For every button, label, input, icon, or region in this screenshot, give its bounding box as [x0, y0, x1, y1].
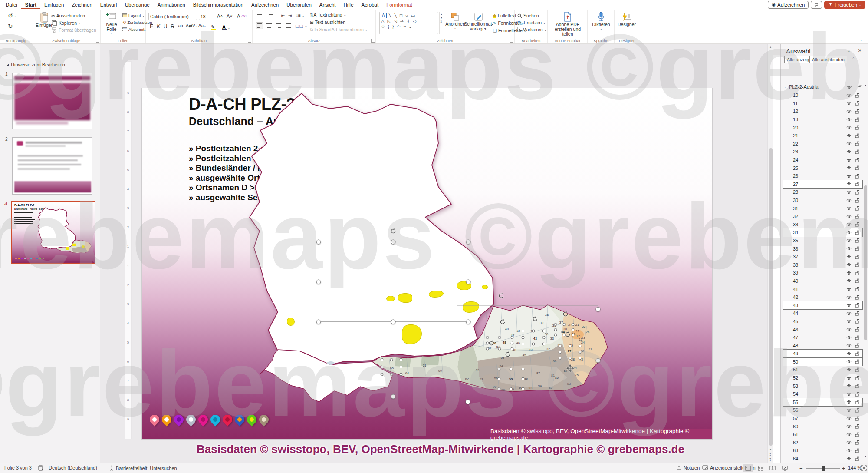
unlock-icon[interactable]: [854, 343, 860, 348]
unlock-icon[interactable]: [854, 133, 860, 138]
designer-button[interactable]: Designer: [616, 12, 637, 27]
reading-view-button[interactable]: [767, 464, 778, 472]
shape-sizing-handle[interactable]: [554, 323, 557, 326]
unlock-icon[interactable]: [854, 230, 860, 235]
share-button[interactable]: Freigeben ⌄: [824, 1, 865, 9]
selection-item-row[interactable]: 40: [783, 277, 862, 285]
fit-to-window-button[interactable]: [861, 465, 867, 471]
shape-sizing-handle[interactable]: [522, 387, 525, 390]
selection-item-row[interactable]: 35: [783, 237, 862, 245]
selection-item-row[interactable]: 38: [783, 261, 862, 269]
eye-icon[interactable]: [846, 271, 852, 275]
bullets-button[interactable]: [256, 12, 263, 17]
shape-sizing-handle[interactable]: [579, 357, 582, 360]
shape-sizing-handle[interactable]: [569, 345, 572, 348]
eye-icon[interactable]: [846, 319, 852, 323]
slide-caption-bar[interactable]: Basisdaten © swisstopo, BEV, OpenStreetM…: [490, 429, 712, 439]
unlock-icon[interactable]: [854, 408, 860, 413]
clipboard-dialog-launcher[interactable]: [96, 39, 99, 43]
slideshow-view-button[interactable]: [779, 464, 790, 472]
scroll-down-icon[interactable]: ▼: [769, 448, 772, 451]
zoom-level[interactable]: 144 %: [848, 465, 861, 470]
shrink-font-button[interactable]: A˅: [227, 13, 233, 19]
eye-icon[interactable]: [846, 174, 852, 178]
eye-icon[interactable]: [846, 101, 852, 105]
menu-tab[interactable]: Einfügen: [40, 1, 68, 9]
eye-icon[interactable]: [846, 311, 852, 315]
strikethrough-button[interactable]: S: [169, 23, 175, 30]
sizing-handle[interactable]: [466, 400, 470, 404]
chevron-down-icon[interactable]: ⌄: [847, 48, 851, 53]
selection-item-row[interactable]: 10: [783, 91, 862, 99]
shape-sizing-handle[interactable]: [569, 357, 572, 360]
align-text-button[interactable]: ⊞ Text ausrichten⌄: [310, 20, 349, 25]
paragraph-dialog-launcher[interactable]: [371, 39, 375, 43]
rotate-handle-icon[interactable]: [499, 318, 506, 327]
rotate-handle-icon[interactable]: [498, 292, 505, 301]
selection-item-row[interactable]: 34: [783, 228, 862, 237]
arrange-button[interactable]: Anordnen ⌄: [445, 12, 465, 30]
shape-sizing-handle[interactable]: [559, 357, 562, 360]
selection-item-row[interactable]: 41: [783, 285, 862, 293]
eye-icon[interactable]: [846, 198, 852, 202]
eye-icon[interactable]: [846, 85, 852, 89]
eye-icon[interactable]: [846, 327, 852, 331]
selection-item-row[interactable]: 12: [783, 107, 862, 116]
spellcheck-button[interactable]: [38, 465, 44, 471]
italic-button[interactable]: K: [155, 23, 161, 30]
scroll-up-icon[interactable]: ▲: [769, 46, 772, 49]
selection-item-row[interactable]: 57: [783, 414, 862, 423]
find-button[interactable]: Suchen: [517, 13, 539, 18]
selection-item-row[interactable]: 53: [783, 382, 862, 390]
selection-item-row[interactable]: 27: [783, 180, 862, 189]
underline-button[interactable]: U: [162, 23, 168, 30]
close-icon[interactable]: ✕: [858, 48, 862, 53]
editing-hints-header[interactable]: ◢ Hinweise zum Bearbeiten: [6, 62, 65, 67]
unlock-icon[interactable]: [854, 287, 860, 291]
selection-item-row[interactable]: 30: [783, 196, 862, 205]
shape-sizing-handle[interactable]: [532, 343, 535, 346]
eye-icon[interactable]: [846, 344, 852, 347]
abc-strike-button[interactable]: ab: [176, 23, 185, 28]
select-button[interactable]: Markieren⌄: [517, 27, 547, 32]
menu-tab[interactable]: Aufzeichnen: [247, 1, 283, 9]
increase-indent-button[interactable]: ⇥: [288, 13, 292, 18]
shape-sizing-handle[interactable]: [579, 351, 582, 354]
unlock-icon[interactable]: [854, 117, 860, 122]
font-name-select[interactable]: Calibri (Textkörper)⌄: [148, 13, 197, 20]
eye-icon[interactable]: [846, 417, 852, 420]
map-pin[interactable]: [259, 415, 269, 428]
selection-item-row[interactable]: 56: [783, 406, 862, 414]
list-scroll-down-icon[interactable]: ▼: [864, 455, 867, 458]
slide-sorter-view-button[interactable]: [755, 464, 766, 472]
adobe-pdf-button[interactable]: Adobe PDF erstellen und teilen: [550, 12, 585, 36]
shape-sizing-handle[interactable]: [522, 343, 525, 346]
unlock-icon[interactable]: [854, 238, 860, 243]
shape-sizing-handle[interactable]: [522, 368, 525, 371]
pane-scrollbar-thumb[interactable]: [864, 185, 867, 340]
zoom-out-button[interactable]: −: [799, 465, 803, 472]
unlock-icon[interactable]: [854, 141, 860, 146]
shape-sizing-handle[interactable]: [486, 336, 489, 339]
eye-icon[interactable]: [846, 166, 852, 170]
eye-icon[interactable]: [846, 126, 852, 129]
drawing-dialog-launcher[interactable]: [510, 39, 513, 43]
selection-item-row[interactable]: 28: [783, 188, 862, 196]
unlock-icon[interactable]: [854, 278, 860, 283]
eye-icon[interactable]: [846, 279, 852, 283]
eye-icon[interactable]: [846, 368, 852, 372]
selection-item-row[interactable]: 36: [783, 245, 862, 253]
selection-item-row[interactable]: 43: [783, 301, 862, 309]
rotate-handle-icon[interactable]: [488, 340, 495, 348]
unlock-icon[interactable]: [854, 311, 860, 316]
shape-sizing-handle[interactable]: [522, 377, 525, 380]
selection-item-row[interactable]: 50: [783, 358, 862, 366]
unlock-icon[interactable]: [854, 448, 860, 453]
move-up-button[interactable]: ⌃: [852, 57, 855, 61]
unlock-icon[interactable]: [854, 190, 860, 195]
shapes-scroll[interactable]: ▲▼⊻: [439, 12, 443, 34]
shape-sizing-handle[interactable]: [572, 334, 575, 337]
unlock-icon[interactable]: [854, 359, 860, 364]
selection-item-row[interactable]: 24: [783, 156, 862, 164]
shape-sizing-handle[interactable]: [510, 387, 513, 390]
